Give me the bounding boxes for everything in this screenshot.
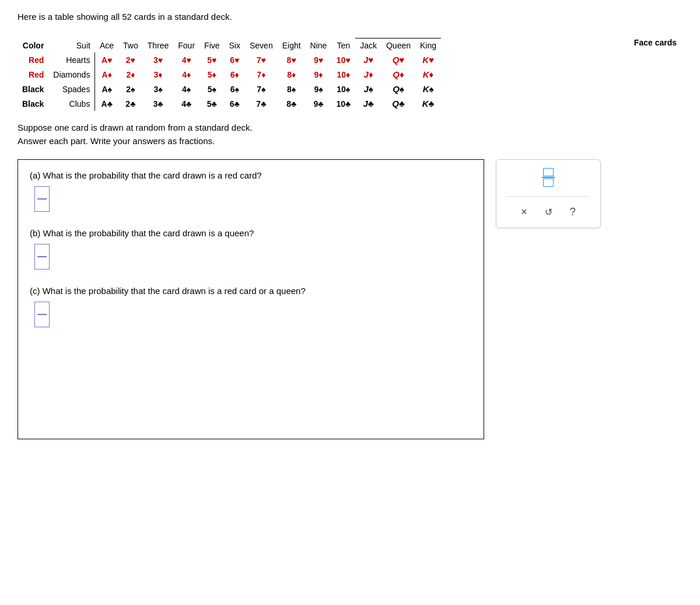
answer-b-input[interactable]: [34, 244, 50, 270]
header-nine: Nine: [306, 39, 332, 53]
card-cell: K♦: [415, 67, 441, 82]
header-three: Three: [143, 39, 174, 53]
question-b-label: (b): [30, 228, 40, 238]
clear-button[interactable]: ×: [517, 205, 531, 219]
header-six: Six: [225, 39, 245, 53]
card-cell: 6♦: [225, 67, 245, 82]
toolbar-box: × ↺ ?: [496, 159, 601, 228]
header-four: Four: [173, 39, 200, 53]
cell-suit-0: Hearts: [48, 53, 95, 67]
card-cell: J♣: [355, 96, 382, 111]
card-cell: 5♠: [200, 82, 224, 96]
undo-button[interactable]: ↺: [541, 205, 556, 219]
fraction-num-c: [37, 305, 47, 313]
question-a-label: (a): [30, 170, 40, 180]
card-cell: K♣: [415, 96, 441, 111]
answer-a-input[interactable]: [34, 186, 50, 212]
table-row: RedHeartsA♥2♥3♥4♥5♥6♥7♥8♥9♥10♥J♥Q♥K♥: [18, 53, 441, 67]
fraction-den-b: [37, 258, 47, 266]
fraction-line-b: [37, 256, 47, 257]
help-button[interactable]: ?: [566, 205, 579, 219]
question-part-c: (c) What is the probability that the car…: [30, 286, 472, 327]
fraction-input-b[interactable]: [34, 244, 50, 270]
table-header-row: Color Suit Ace Two Three Four Five Six S…: [18, 39, 441, 53]
header-king: King: [415, 39, 441, 53]
main-area: (a) What is the probability that the car…: [18, 159, 682, 439]
card-cell: 2♠: [118, 82, 143, 96]
card-cell: A♠: [95, 82, 118, 96]
cell-color-3: Black: [18, 96, 48, 111]
card-cell: 4♠: [173, 82, 200, 96]
suppose-line-1: Suppose one card is drawn at random from…: [18, 123, 253, 132]
header-ace: Ace: [95, 39, 118, 53]
card-cell: 10♥: [331, 53, 355, 67]
table-row: RedDiamondsA♦2♦3♦4♦5♦6♦7♦8♦9♦10♦J♦Q♦K♦: [18, 67, 441, 82]
question-a-body: What is the probability that the card dr…: [43, 170, 262, 180]
fraction-line-a: [37, 198, 47, 200]
card-cell: Q♥: [382, 53, 415, 67]
questions-box: (a) What is the probability that the car…: [18, 159, 484, 439]
card-cell: 3♥: [143, 53, 174, 67]
card-cell: J♥: [355, 53, 382, 67]
card-cell: 8♥: [278, 53, 306, 67]
card-cell: 5♦: [200, 67, 224, 82]
card-cell: A♥: [95, 53, 118, 67]
header-ten: Ten: [331, 39, 355, 53]
card-cell: 8♣: [278, 96, 306, 111]
card-cell: 6♥: [225, 53, 245, 67]
card-cell: 6♠: [225, 82, 245, 96]
fraction-den-a: [37, 200, 47, 208]
card-cell: Q♦: [382, 67, 415, 82]
fraction-num-b: [37, 247, 47, 256]
cell-color-2: Black: [18, 82, 48, 96]
card-cell: 4♥: [173, 53, 200, 67]
header-color: Color: [18, 39, 48, 53]
card-cell: 2♥: [118, 53, 143, 67]
fraction-input-c[interactable]: [34, 302, 50, 327]
card-cell: 3♦: [143, 67, 174, 82]
card-cell: A♣: [95, 96, 118, 111]
card-cell: 3♠: [143, 82, 174, 96]
cell-color-0: Red: [18, 53, 48, 67]
card-cell: 8♠: [278, 82, 306, 96]
fraction-input-a[interactable]: [34, 186, 50, 212]
card-cell: 8♦: [278, 67, 306, 82]
cell-color-1: Red: [18, 67, 48, 82]
card-cell: 7♣: [245, 96, 278, 111]
card-cell: 7♠: [245, 82, 278, 96]
card-cell: 6♣: [225, 96, 245, 111]
card-cell: 5♣: [200, 96, 224, 111]
fraction-den-c: [37, 316, 47, 324]
face-cards-label: Face cards: [634, 38, 682, 47]
card-cell: 9♣: [306, 96, 332, 111]
question-c-body: What is the probability that the card dr…: [43, 286, 306, 296]
card-table: Color Suit Ace Two Three Four Five Six S…: [18, 38, 441, 111]
cell-suit-2: Spades: [48, 82, 95, 96]
answer-c-input[interactable]: [34, 302, 50, 327]
fraction-icon[interactable]: [542, 168, 555, 187]
card-cell: 10♦: [331, 67, 355, 82]
card-cell: 10♣: [331, 96, 355, 111]
card-cell: A♦: [95, 67, 118, 82]
card-cell: Q♠: [382, 82, 415, 96]
card-cell: 4♣: [173, 96, 200, 111]
card-cell: 3♣: [143, 96, 174, 111]
question-a-text: (a) What is the probability that the car…: [30, 170, 472, 180]
card-cell: 10♠: [331, 82, 355, 96]
question-part-b: (b) What is the probability that the car…: [30, 228, 472, 270]
card-cell: 9♦: [306, 67, 332, 82]
header-five: Five: [200, 39, 224, 53]
table-row: BlackSpadesA♠2♠3♠4♠5♠6♠7♠8♠9♠10♠J♠Q♠K♠: [18, 82, 441, 96]
card-cell: J♠: [355, 82, 382, 96]
card-cell: J♦: [355, 67, 382, 82]
table-row: BlackClubsA♣2♣3♣4♣5♣6♣7♣8♣9♣10♣J♣Q♣K♣: [18, 96, 441, 111]
question-c-text: (c) What is the probability that the car…: [30, 286, 472, 296]
question-c-label: (c): [30, 286, 40, 296]
card-cell: 2♣: [118, 96, 143, 111]
suppose-text: Suppose one card is drawn at random from…: [18, 121, 682, 148]
card-table-wrapper: Face cards Color Suit Ace Two Three Four…: [18, 38, 682, 111]
card-cell: 2♦: [118, 67, 143, 82]
cell-suit-1: Diamonds: [48, 67, 95, 82]
frac-divider-line: [542, 177, 555, 178]
question-part-a: (a) What is the probability that the car…: [30, 170, 472, 212]
